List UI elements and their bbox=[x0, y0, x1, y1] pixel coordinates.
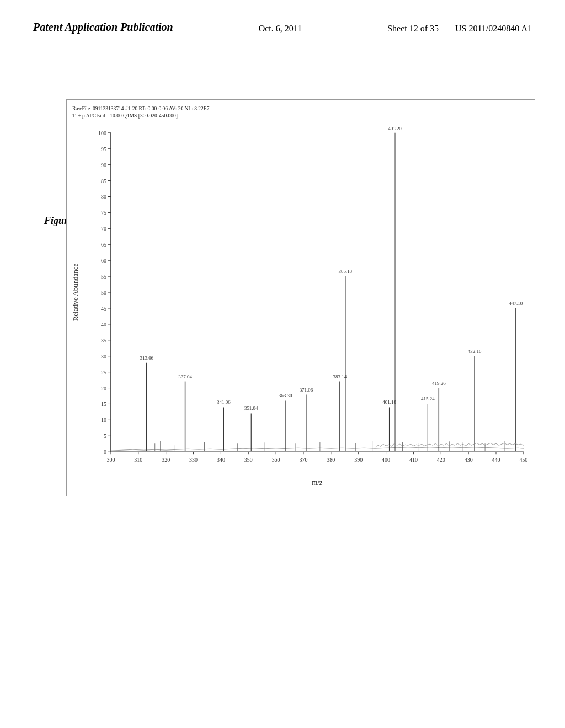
svg-text:415.24: 415.24 bbox=[421, 396, 435, 402]
svg-text:45: 45 bbox=[101, 306, 106, 312]
header: Patent Application Publication Oct. 6, 2… bbox=[0, 0, 565, 39]
svg-text:Relative Abundance: Relative Abundance bbox=[71, 263, 79, 321]
svg-text:80: 80 bbox=[101, 194, 106, 200]
svg-text:383.14: 383.14 bbox=[333, 374, 347, 379]
svg-text:360: 360 bbox=[272, 457, 280, 463]
svg-text:75: 75 bbox=[101, 210, 106, 216]
svg-text:60: 60 bbox=[101, 258, 106, 264]
svg-text:440: 440 bbox=[492, 457, 500, 463]
svg-text:65: 65 bbox=[101, 242, 106, 248]
svg-text:313.06: 313.06 bbox=[140, 355, 153, 361]
svg-text:300: 300 bbox=[106, 457, 115, 463]
svg-text:370: 370 bbox=[300, 457, 308, 463]
svg-text:385.18: 385.18 bbox=[338, 269, 352, 274]
svg-text:95: 95 bbox=[101, 146, 106, 152]
svg-text:30: 30 bbox=[101, 354, 106, 360]
svg-text:371.06: 371.06 bbox=[300, 387, 313, 393]
svg-text:419.26: 419.26 bbox=[432, 381, 446, 386]
svg-text:401.18: 401.18 bbox=[382, 399, 396, 405]
svg-text:50: 50 bbox=[101, 290, 106, 296]
chart-inner: RawFile_091123133714 #1-20 RT: 0.00-0.06… bbox=[67, 100, 535, 496]
svg-text:85: 85 bbox=[101, 178, 106, 184]
publication-date: Oct. 6, 2011 bbox=[259, 24, 302, 34]
svg-text:90: 90 bbox=[101, 162, 106, 168]
svg-text:351.04: 351.04 bbox=[244, 405, 258, 411]
svg-text:327.04: 327.04 bbox=[178, 374, 192, 379]
chart-area: RawFile_091123133714 #1-20 RT: 0.00-0.06… bbox=[66, 99, 535, 496]
svg-text:m/z: m/z bbox=[312, 478, 323, 486]
svg-text:380: 380 bbox=[327, 457, 335, 463]
svg-text:430: 430 bbox=[465, 457, 473, 463]
sheet-number: Sheet 12 of 35 bbox=[387, 24, 439, 34]
svg-text:450: 450 bbox=[519, 457, 527, 463]
svg-text:350: 350 bbox=[244, 457, 253, 463]
svg-text:310: 310 bbox=[134, 457, 142, 463]
svg-text:341.06: 341.06 bbox=[217, 399, 231, 405]
publication-title: Patent Application Publication bbox=[33, 21, 173, 34]
patent-number: US 2011/0240840 A1 bbox=[455, 24, 532, 34]
svg-text:20: 20 bbox=[101, 386, 106, 392]
svg-text:70: 70 bbox=[101, 226, 106, 232]
svg-text:390: 390 bbox=[354, 457, 363, 463]
svg-text:15: 15 bbox=[101, 401, 106, 407]
svg-text:5: 5 bbox=[104, 433, 106, 439]
svg-text:0: 0 bbox=[104, 449, 106, 455]
svg-text:432.18: 432.18 bbox=[468, 349, 482, 354]
svg-text:403.20: 403.20 bbox=[388, 126, 402, 131]
svg-text:35: 35 bbox=[101, 338, 106, 344]
svg-text:40: 40 bbox=[101, 322, 106, 328]
svg-text:400: 400 bbox=[382, 457, 390, 463]
svg-text:420: 420 bbox=[437, 457, 445, 463]
svg-text:25: 25 bbox=[101, 370, 106, 376]
svg-text:320: 320 bbox=[162, 457, 170, 463]
svg-text:330: 330 bbox=[189, 457, 198, 463]
svg-text:447.18: 447.18 bbox=[509, 301, 523, 306]
chart-svg: Relative Abundance m/z 0 5 10 bbox=[67, 100, 535, 496]
svg-text:100: 100 bbox=[98, 130, 106, 136]
svg-text:363.30: 363.30 bbox=[279, 393, 292, 398]
svg-text:55: 55 bbox=[101, 274, 106, 280]
svg-text:410: 410 bbox=[409, 457, 418, 463]
svg-text:340: 340 bbox=[217, 457, 225, 463]
svg-text:10: 10 bbox=[101, 417, 106, 423]
page: Patent Application Publication Oct. 6, 2… bbox=[0, 0, 565, 728]
